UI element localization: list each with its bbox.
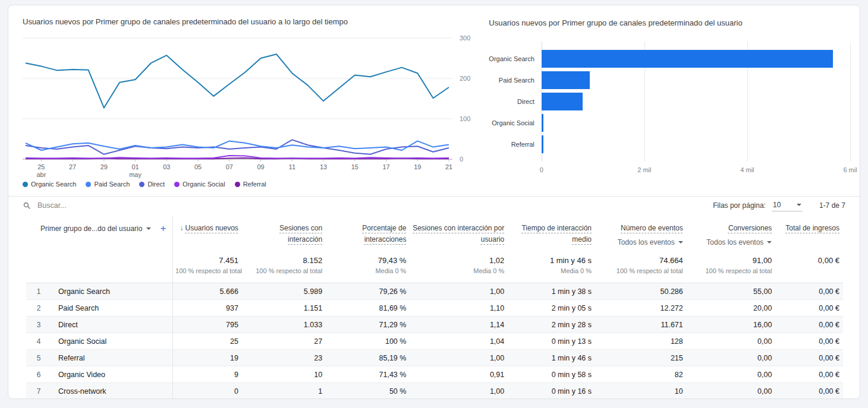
bar-axis-tick-label: 2 mil [637, 166, 651, 173]
metric-header-label[interactable]: Conversiones [728, 223, 772, 234]
event-filter-dropdown[interactable]: Todos los eventos [706, 237, 772, 248]
metric-header-label[interactable]: Porcentaje de interacciones [328, 223, 406, 245]
metric-cell: 100 % [326, 333, 410, 350]
metric-cell: 1,00 [410, 350, 508, 366]
pagination-controls: Filas por página: 10 1-7 de 7 [713, 200, 845, 211]
metric-cell: 5.989 [242, 283, 326, 300]
legend-dot-icon [174, 182, 180, 187]
rows-per-page-value: 10 [773, 201, 781, 209]
metric-cell: 795 [173, 317, 242, 333]
svg-text:21: 21 [445, 163, 452, 170]
metric-header-label[interactable]: Tiempo de interacción medio [510, 223, 592, 245]
row-channel-name: Organic Search [51, 287, 110, 296]
bar [542, 71, 590, 89]
legend-item: Paid Search [86, 181, 130, 188]
search-box [23, 201, 713, 210]
metric-header-label[interactable]: Sesiones con interacción por usuario [412, 223, 504, 245]
sort-descending-icon: ↓ [180, 223, 183, 234]
event-filter-value: Todos los eventos [618, 237, 675, 248]
bar-gridline [850, 42, 851, 162]
dimension-header-label[interactable]: Primer grupo de...do del usuario [40, 224, 142, 233]
table-row: 4Organic Social2527100 %1,040 min y 13 s… [26, 333, 843, 350]
svg-text:05: 05 [194, 163, 202, 170]
total-value: 1 min y 46 s [510, 256, 592, 265]
bar-plot-area [542, 42, 850, 162]
metric-header-label[interactable]: Número de eventos [621, 223, 683, 234]
charts-row: Usuarios nuevos por Primer grupo de cana… [8, 5, 860, 191]
metric-cell: 0 [173, 383, 242, 399]
bar-category-label: Referral [489, 135, 534, 153]
table-row: 2Paid Search9371.15181,69 %1,102 min y 0… [26, 300, 843, 317]
row-channel-name: Cross-network [51, 387, 106, 396]
metric-cell: 0,00 € [775, 333, 843, 350]
metric-cell: 0,00 € [775, 317, 843, 333]
chevron-down-icon[interactable] [146, 227, 151, 230]
bar-category-label: Organic Search [489, 50, 534, 68]
bar-chart: Organic SearchPaid SearchDirectOrganic S… [489, 42, 850, 176]
row-channel-name: Organic Video [51, 371, 105, 379]
metric-cell: 1 min y 46 s [508, 350, 595, 366]
row-channel-name: Direct [51, 321, 78, 329]
metric-cell: 25 [173, 333, 242, 350]
add-dimension-button[interactable]: + [160, 223, 166, 235]
bar [542, 93, 583, 110]
total-note: 100 % respecto al total [244, 267, 322, 274]
metric-cell: 82 [595, 366, 687, 383]
bar-chart-panel: Usuarios nuevos por Primer grupo de cana… [489, 17, 850, 188]
line-chart-title: Usuarios nuevos por Primer grupo de cana… [23, 17, 489, 26]
svg-text:27: 27 [69, 163, 76, 170]
metric-cell: 5.666 [173, 283, 242, 300]
row-index: 4 [26, 337, 51, 346]
row-index: 3 [26, 321, 51, 329]
total-note: 100 % respecto al total [175, 267, 238, 274]
rows-per-page-select[interactable]: 10 [772, 200, 803, 211]
row-channel-name: Referral [51, 354, 84, 362]
bar-category-label: Paid Search [489, 71, 534, 89]
svg-text:03: 03 [163, 163, 170, 170]
metric-cell: 16,00 [687, 317, 776, 333]
event-filter-dropdown[interactable]: Todos los eventos [618, 237, 683, 248]
metric-cell: 128 [595, 333, 687, 350]
legend-item: Referral [235, 181, 266, 188]
row-range-label: 1-7 de 7 [819, 201, 845, 210]
table-row: 3Direct7951.03371,29 %1,142 min y 28 s11… [26, 317, 843, 333]
metric-cell: 937 [173, 300, 242, 317]
svg-text:may: may [129, 171, 141, 178]
metric-cell: 23 [242, 350, 326, 366]
svg-text:29: 29 [100, 163, 108, 170]
bar-chart-title: Usuarios nuevos por Primer grupo de cana… [489, 18, 850, 27]
chevron-down-icon [767, 241, 772, 243]
svg-text:300: 300 [460, 34, 470, 42]
chevron-down-icon [678, 241, 683, 243]
total-value: 8.152 [244, 256, 322, 265]
search-icon [23, 201, 32, 210]
metric-cell: 0,00 [687, 350, 776, 366]
metric-cell: 1,14 [410, 317, 508, 333]
metric-cell: 10 [242, 366, 326, 383]
table-toolbar: Filas por página: 10 1-7 de 7 [8, 196, 860, 214]
table-wrap: Primer grupo de...do del usuario + ↓Usua… [8, 214, 860, 399]
metric-cell: 1,10 [410, 300, 508, 317]
bar-row [542, 71, 850, 89]
table-body: 1Organic Search5.6665.98979,26 %1,001 mi… [26, 283, 843, 399]
row-index: 1 [26, 287, 51, 296]
line-chart-legend: Organic SearchPaid SearchDirectOrganic S… [23, 181, 489, 188]
metric-header-label[interactable]: Sesiones con interacción [244, 223, 322, 245]
svg-text:25: 25 [37, 163, 45, 170]
metric-header-label[interactable]: Usuarios nuevos [185, 223, 238, 234]
bar-row [542, 135, 850, 153]
metric-cell: 71,29 % [326, 317, 410, 333]
metric-cell: 9 [173, 366, 242, 383]
svg-text:100: 100 [460, 115, 470, 122]
metric-cell: 55,00 [687, 283, 776, 300]
metric-cell: 0,00 € [775, 350, 843, 366]
svg-text:200: 200 [460, 75, 470, 82]
metric-header-label[interactable]: Total de ingresos [785, 223, 839, 234]
line-chart-panel: Usuarios nuevos por Primer grupo de cana… [23, 17, 489, 188]
metric-cell: 1,00 [410, 383, 508, 399]
bar-row [542, 93, 850, 110]
bar [542, 50, 833, 68]
event-filter-value: Todos los eventos [706, 237, 763, 248]
search-input[interactable] [37, 201, 228, 210]
metric-cell: 0 min y 58 s [508, 366, 595, 383]
